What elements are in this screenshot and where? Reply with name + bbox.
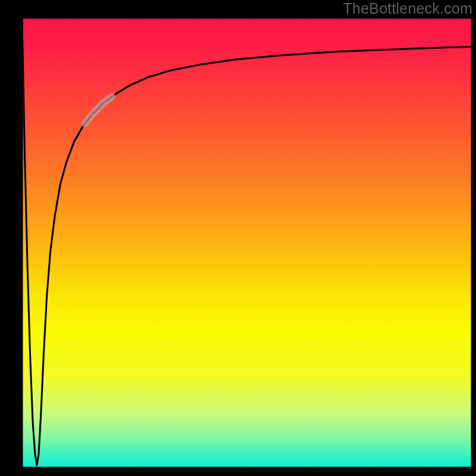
watermark-text: TheBottleneck.com <box>343 0 472 17</box>
chart-frame: TheBottleneck.com <box>0 0 476 476</box>
plot-area <box>22 18 472 468</box>
chart-svg <box>0 0 476 476</box>
